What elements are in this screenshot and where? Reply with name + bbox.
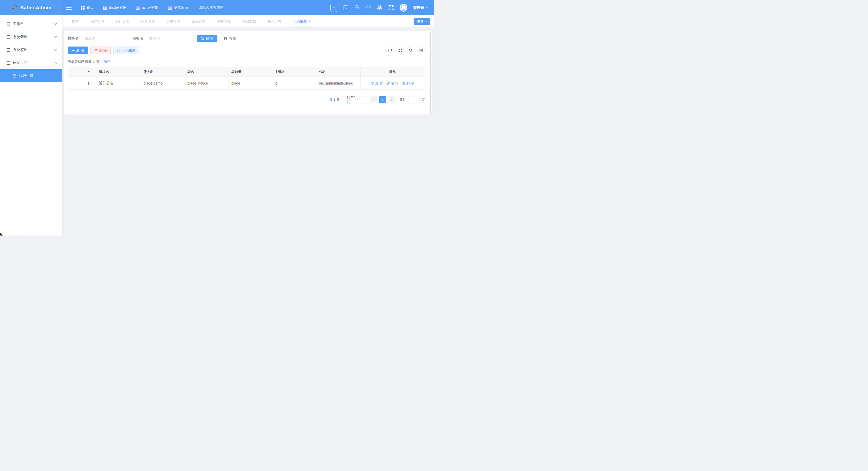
delete-link[interactable]: 删 除 xyxy=(402,81,414,86)
list-icon xyxy=(6,22,10,26)
toolbar-row: 新 增 删 除 代码生成 xyxy=(68,46,429,54)
clear-selection-link[interactable]: 清空 xyxy=(104,59,111,64)
cell-module: 通知公告 xyxy=(96,77,141,90)
sidebar: 工作台 系统管理 系统监控 xyxy=(0,15,62,236)
language-translate-icon[interactable] xyxy=(377,5,382,10)
module-name-input[interactable] xyxy=(81,35,129,42)
chevron-down-icon xyxy=(54,36,57,38)
col-index: # xyxy=(81,67,96,77)
column-settings-button[interactable] xyxy=(417,46,425,54)
page-size-select[interactable]: 10条/页 xyxy=(343,96,368,103)
tab-error-log[interactable]: 错误日志 xyxy=(262,15,287,27)
add-button[interactable]: 新 增 xyxy=(68,46,88,54)
document-icon xyxy=(168,6,172,10)
module-name-label: 模块名 xyxy=(68,36,79,41)
tab-api-docs[interactable]: 接口文档 xyxy=(237,15,262,27)
cell-table: blade_notice xyxy=(185,77,229,90)
card-scrollbar[interactable] xyxy=(430,32,431,114)
content-card: 模块名 服务名 搜 索 清 空 新 xyxy=(64,31,432,115)
page-number-1[interactable]: 1 xyxy=(379,96,386,103)
sidebar-item-system-mgmt[interactable]: 系统管理 xyxy=(0,31,62,43)
cell-pk: id xyxy=(272,77,316,90)
list-icon xyxy=(12,74,16,77)
prev-page-button[interactable] xyxy=(370,96,377,103)
col-table: 表名 xyxy=(185,67,229,77)
table-tools xyxy=(386,46,425,54)
search-icon xyxy=(201,37,204,40)
goto-label: 前往 xyxy=(399,97,406,102)
chevron-down-icon xyxy=(54,49,57,51)
list-icon xyxy=(6,61,10,65)
fullscreen-icon[interactable] xyxy=(389,5,394,10)
more-tabs-button[interactable]: 更多 xyxy=(414,18,430,25)
logo[interactable]: Saber Admin xyxy=(0,0,62,15)
col-prefix: 表前缀 xyxy=(229,67,272,77)
goto-page-input[interactable] xyxy=(408,96,420,103)
trash-icon xyxy=(94,49,98,52)
code-generate-button[interactable]: 代码生成 xyxy=(113,46,139,54)
view-link[interactable]: 查 看 xyxy=(371,81,383,86)
lock-icon[interactable] xyxy=(354,5,359,10)
next-page-button[interactable] xyxy=(388,96,395,103)
col-pk: 主键名 xyxy=(272,67,316,77)
pagination: 共 1 条 10条/页 1 前往 页 xyxy=(68,96,425,103)
chevron-down-icon xyxy=(357,99,366,100)
service-name-label: 服务名 xyxy=(132,36,143,41)
tab-dict-mgmt[interactable]: 字典管理 xyxy=(135,15,160,27)
list-icon xyxy=(6,35,10,39)
sidebar-item-workbench[interactable]: 工作台 xyxy=(0,18,62,31)
debug-clipboard-icon[interactable] xyxy=(343,5,348,10)
sidebar-item-code-generation[interactable]: 代码生成 xyxy=(0,69,62,82)
list-icon xyxy=(6,48,10,52)
sidebar-collapse-icon[interactable] xyxy=(66,6,71,10)
delete-button[interactable]: 删 除 xyxy=(90,46,111,54)
selection-info: 当前表格已选择 1 项 清空 xyxy=(68,59,429,64)
selection-count: 1 xyxy=(93,60,95,64)
codegen-table: # 模块名 服务名 表名 表前缀 主键名 包名 操作 1 通知公告 blade-… xyxy=(68,67,425,90)
total-count: 共 1 条 xyxy=(329,97,340,102)
topnav-bladex[interactable]: bladex官网 xyxy=(103,5,127,10)
clear-button[interactable]: 清 空 xyxy=(220,35,240,42)
col-actions: 操作 xyxy=(361,67,425,77)
tab-code-generation[interactable]: 代码生成 xyxy=(287,15,317,27)
refresh-button[interactable] xyxy=(386,46,394,54)
user-menu[interactable]: 管理员 xyxy=(413,5,429,10)
plus-icon xyxy=(71,49,75,52)
grid-view-button[interactable] xyxy=(397,46,404,54)
edit-link[interactable]: 编 辑 xyxy=(387,81,399,86)
sidebar-item-system-monitor[interactable]: 系统监控 xyxy=(0,43,62,56)
close-icon[interactable] xyxy=(308,20,311,23)
trash-icon xyxy=(402,82,405,85)
topnav-home[interactable]: 首页 xyxy=(81,5,94,10)
document-icon xyxy=(103,6,107,10)
table-header-row: # 模块名 服务名 表名 表前缀 主键名 包名 操作 xyxy=(68,67,425,77)
chevron-down-icon xyxy=(426,7,429,8)
sidebar-item-dev-tools[interactable]: 研发工具 xyxy=(0,56,62,69)
col-module: 模块名 xyxy=(96,67,141,77)
panel-toggle-button[interactable] xyxy=(330,4,337,12)
tab-user-mgmt[interactable]: 用户管理 xyxy=(85,15,110,27)
topnav-avuex[interactable]: avuex官网 xyxy=(136,5,158,10)
sword-logo-icon xyxy=(11,4,18,11)
header-search-input[interactable]: 请输入搜索内容 xyxy=(198,5,250,10)
view-icon xyxy=(371,82,374,85)
search-toggle-button[interactable] xyxy=(407,46,414,54)
tab-role-mgmt[interactable]: 角色管理 xyxy=(186,15,211,27)
tab-dept-mgmt[interactable]: 部门管理 xyxy=(110,15,135,27)
trash-icon xyxy=(224,37,227,40)
table-row[interactable]: 1 通知公告 blade-demo blade_notice blade_ id… xyxy=(68,77,425,90)
user-avatar[interactable] xyxy=(400,4,407,12)
filter-row: 模块名 服务名 搜 索 清 空 xyxy=(68,35,429,42)
tab-param-mgmt[interactable]: 参数管理 xyxy=(211,15,237,27)
topnav-testpage[interactable]: 测试页面 xyxy=(168,5,188,10)
cell-index: 1 xyxy=(81,77,96,90)
cell-service: blade-demo xyxy=(141,77,185,90)
tab-menu-mgmt[interactable]: 菜单管理 xyxy=(160,15,186,27)
service-name-input[interactable] xyxy=(146,35,194,42)
col-service: 服务名 xyxy=(141,67,185,77)
main-content: 模块名 服务名 搜 索 清 空 新 xyxy=(62,27,434,236)
search-button[interactable]: 搜 索 xyxy=(197,35,217,42)
theme-shirt-icon[interactable] xyxy=(365,5,371,10)
tabbar: 首页 用户管理 部门管理 字典管理 菜单管理 角色管理 参数管理 接口文档 错误… xyxy=(62,15,434,27)
tab-home[interactable]: 首页 xyxy=(66,15,85,27)
